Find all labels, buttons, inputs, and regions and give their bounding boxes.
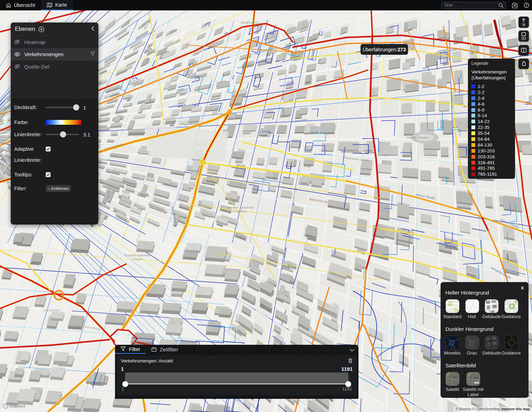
svg-text:Eliasfriedhof: Eliasfriedhof — [241, 21, 258, 24]
svg-text:mapbox: mapbox — [9, 404, 26, 409]
svg-text:of Applied...: of Applied... — [232, 210, 248, 213]
svg-text:Church: Church — [132, 257, 142, 261]
svg-text:Dresden University: Dresden University — [227, 206, 254, 209]
svg-text:Signalstraße: Signalstraße — [43, 308, 61, 312]
svg-text:Stadion Dresden: Stadion Dresden — [406, 136, 429, 139]
svg-text:Russian Orthodox: Russian Orthodox — [125, 254, 150, 257]
svg-text:?: ? — [525, 3, 527, 7]
